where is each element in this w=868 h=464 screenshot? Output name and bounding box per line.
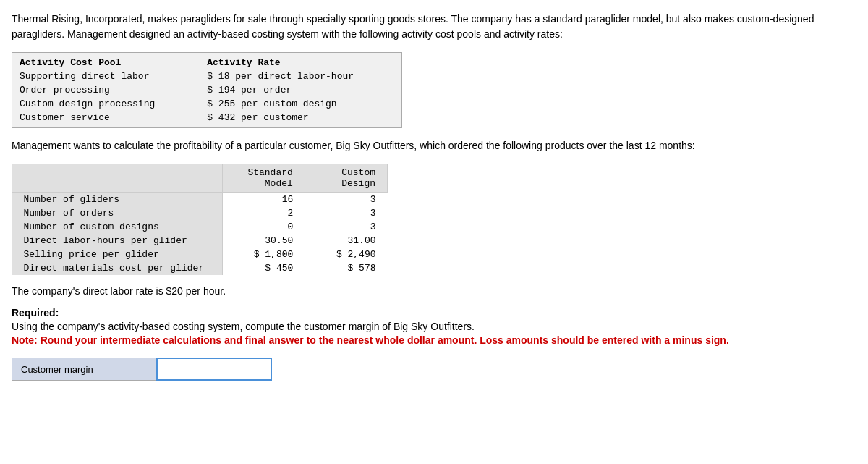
products-row-5-label: Selling price per glider bbox=[12, 248, 223, 261]
activity-row-3-rate: $ 255 per custom design bbox=[200, 97, 401, 111]
required-body-text: Using the company's activity-based costi… bbox=[12, 321, 475, 332]
products-col-standard-header: StandardModel bbox=[222, 164, 305, 193]
products-col-custom-header: Custom Design bbox=[305, 164, 387, 193]
activity-row-1-rate: $ 18 per direct labor-hour bbox=[200, 69, 401, 83]
products-row-4-standard: 30.50 bbox=[222, 234, 305, 248]
products-row-6-standard: $ 450 bbox=[222, 261, 305, 275]
products-row-3-label: Number of custom designs bbox=[12, 220, 223, 234]
products-col-label-header bbox=[12, 164, 223, 193]
customer-margin-input[interactable] bbox=[156, 358, 272, 381]
required-note-text: Note: Round your intermediate calculatio… bbox=[12, 334, 856, 346]
answer-section: Customer margin bbox=[12, 358, 856, 381]
table-row: Selling price per glider $ 1,800 $ 2,490 bbox=[12, 248, 388, 261]
direct-labor-paragraph: The company's direct labor rate is $20 p… bbox=[12, 285, 856, 297]
products-row-5-standard: $ 1,800 bbox=[222, 248, 305, 261]
activity-col2-header: Activity Rate bbox=[200, 53, 401, 70]
activity-row-4-rate: $ 432 per customer bbox=[200, 111, 401, 128]
table-row: Number of orders 2 3 bbox=[12, 206, 388, 220]
products-row-1-standard: 16 bbox=[222, 193, 305, 207]
table-row: Number of gliders 16 3 bbox=[12, 193, 388, 207]
activity-row-2-rate: $ 194 per order bbox=[200, 83, 401, 97]
products-row-2-standard: 2 bbox=[222, 206, 305, 220]
required-title: Required: Using the company's activity-b… bbox=[12, 307, 856, 334]
products-row-5-custom: $ 2,490 bbox=[305, 248, 387, 261]
activity-row-3-pool: Custom design processing bbox=[12, 97, 200, 111]
products-row-4-custom: 31.00 bbox=[305, 234, 387, 248]
products-row-2-custom: 3 bbox=[305, 206, 387, 220]
table-row: Number of custom designs 0 3 bbox=[12, 220, 388, 234]
required-section: Required: Using the company's activity-b… bbox=[12, 307, 856, 346]
products-row-3-custom: 3 bbox=[305, 220, 387, 234]
activity-row-4-pool: Customer service bbox=[12, 111, 200, 128]
activity-row-1-pool: Supporting direct labor bbox=[12, 69, 200, 83]
products-row-2-label: Number of orders bbox=[12, 206, 223, 220]
products-row-6-label: Direct materials cost per glider bbox=[12, 261, 223, 275]
products-row-1-custom: 3 bbox=[305, 193, 387, 207]
products-row-6-custom: $ 578 bbox=[305, 261, 387, 275]
management-paragraph: Management wants to calculate the profit… bbox=[12, 138, 856, 153]
activity-col1-header: Activity Cost Pool bbox=[12, 53, 200, 70]
intro-paragraph: Thermal Rising, Incorporated, makes para… bbox=[12, 12, 856, 42]
products-row-1-label: Number of gliders bbox=[12, 193, 223, 207]
products-row-3-standard: 0 bbox=[222, 220, 305, 234]
activity-cost-table: Activity Cost Pool Activity Rate Support… bbox=[12, 52, 402, 128]
table-row: Direct labor-hours per glider 30.50 31.0… bbox=[12, 234, 388, 248]
products-row-4-label: Direct labor-hours per glider bbox=[12, 234, 223, 248]
table-row: Direct materials cost per glider $ 450 $… bbox=[12, 261, 388, 275]
customer-margin-label: Customer margin bbox=[12, 358, 156, 381]
products-table: StandardModel Custom Design Number of gl… bbox=[12, 164, 388, 275]
activity-row-2-pool: Order processing bbox=[12, 83, 200, 97]
